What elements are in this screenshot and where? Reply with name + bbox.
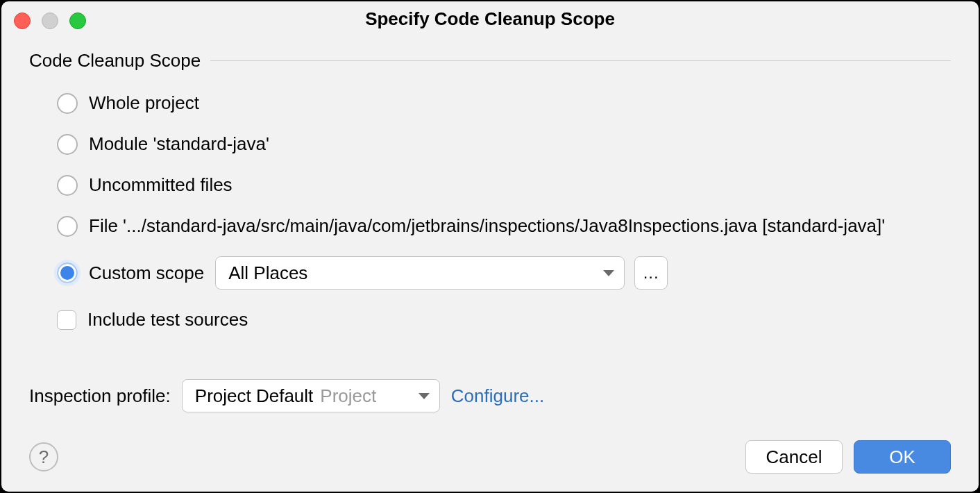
radio-file[interactable]: File '.../standard-java/src/main/java/co…	[57, 215, 951, 237]
ellipsis-label: ...	[643, 263, 659, 283]
radio-label: Whole project	[89, 92, 199, 114]
radio-module[interactable]: Module 'standard-java'	[57, 133, 951, 155]
chevron-down-icon	[419, 393, 430, 399]
dialog-footer: ? Cancel OK	[1, 425, 979, 492]
dialog-content: Code Cleanup Scope Whole project Module …	[1, 36, 979, 425]
inspection-profile-row: Inspection profile: Project Default Proj…	[29, 379, 951, 412]
radio-icon	[57, 93, 78, 114]
radio-label: Custom scope	[89, 262, 204, 284]
dialog-title: Specify Code Cleanup Scope	[12, 8, 968, 30]
custom-scope-select[interactable]: All Places	[215, 256, 625, 290]
profile-secondary: Project	[320, 385, 376, 407]
checkbox-label: Include test sources	[87, 309, 248, 331]
custom-scope-value: All Places	[228, 262, 307, 284]
profile-name: Project Default	[195, 385, 314, 407]
cancel-button[interactable]: Cancel	[745, 440, 843, 474]
include-test-sources[interactable]: Include test sources	[57, 309, 951, 331]
ok-label: OK	[889, 446, 915, 468]
custom-scope-controls: All Places ...	[215, 256, 951, 290]
radio-label: Uncommitted files	[89, 174, 233, 196]
inspection-profile-select[interactable]: Project Default Project	[182, 379, 440, 412]
configure-link[interactable]: Configure...	[451, 385, 544, 407]
radio-custom-scope[interactable]: Custom scope All Places ...	[57, 256, 951, 290]
dialog-window: Specify Code Cleanup Scope Code Cleanup …	[1, 1, 979, 492]
browse-scope-button[interactable]: ...	[634, 256, 668, 290]
radio-icon	[57, 134, 78, 155]
radio-label: File '.../standard-java/src/main/java/co…	[89, 215, 885, 237]
checkbox-icon	[57, 310, 76, 330]
profile-value: Project Default Project	[195, 385, 376, 407]
help-button[interactable]: ?	[29, 442, 58, 471]
ok-button[interactable]: OK	[854, 440, 951, 474]
radio-whole-project[interactable]: Whole project	[57, 92, 951, 114]
inspection-label: Inspection profile:	[29, 385, 171, 407]
radio-label: Module 'standard-java'	[89, 133, 269, 155]
cancel-label: Cancel	[766, 446, 822, 468]
radio-icon	[57, 216, 78, 237]
close-window-button[interactable]	[14, 12, 31, 29]
radio-uncommitted-files[interactable]: Uncommitted files	[57, 174, 951, 196]
radio-icon	[57, 175, 78, 196]
minimize-window-button[interactable]	[42, 12, 58, 29]
maximize-window-button[interactable]	[69, 12, 86, 29]
chevron-down-icon	[603, 270, 614, 276]
titlebar: Specify Code Cleanup Scope	[1, 1, 979, 36]
section-divider	[210, 60, 951, 61]
scope-radio-group: Whole project Module 'standard-java' Unc…	[29, 92, 951, 331]
radio-icon	[57, 262, 78, 283]
section-label: Code Cleanup Scope	[29, 50, 201, 72]
traffic-lights	[14, 12, 86, 29]
help-icon: ?	[39, 446, 49, 468]
section-header: Code Cleanup Scope	[29, 50, 951, 72]
